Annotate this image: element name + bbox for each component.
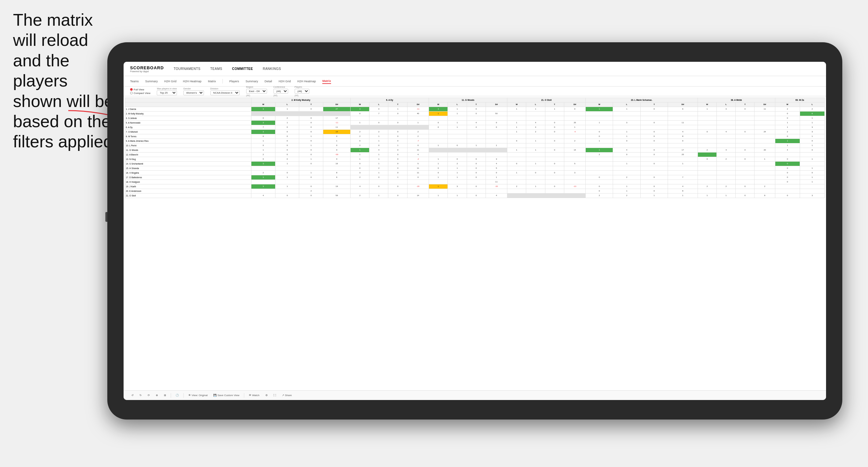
clock-btn[interactable]: 🕐 bbox=[174, 393, 180, 397]
divider bbox=[171, 393, 171, 398]
sub-nav-h2h-grid2[interactable]: H2H Grid bbox=[279, 79, 291, 84]
row-h-stranda: 15. H Stranda 02011 0105 01 bbox=[125, 166, 825, 171]
row-e-andersson: 20. E Andersson 2 0108 bbox=[125, 189, 825, 193]
player-l-perini: 10. L Perini bbox=[125, 144, 251, 148]
settings-btn[interactable]: ⚙ bbox=[264, 393, 269, 397]
conference-label: Conference bbox=[274, 86, 288, 88]
nav-rankings[interactable]: RANKINGS bbox=[263, 66, 281, 72]
nav-tournaments[interactable]: TOURNAMENTS bbox=[174, 66, 201, 72]
max-players-filter: Max players in view Top 25 bbox=[157, 88, 177, 95]
row-m-torres: 8. M Torres 0010 2102 0108 01 bbox=[125, 134, 825, 139]
sub-nav-h2h-heatmap[interactable]: H2H Heatmap bbox=[183, 79, 202, 84]
compact-view-radio[interactable] bbox=[130, 92, 133, 94]
row-a-jimenez: 9. A Maria Jimenez Rios 1001 010-7 0102 … bbox=[125, 139, 825, 144]
col-header-stoll: 21. O Stoll bbox=[507, 98, 586, 102]
sub-nav-teams[interactable]: Teams bbox=[130, 79, 139, 84]
sub-nav-summary2[interactable]: Summary bbox=[246, 79, 258, 84]
player-h-hodgson: 18. H Hodgson bbox=[125, 180, 251, 184]
tablet-frame: SCOREBOARD Powered by clippd TOURNAMENTS… bbox=[107, 42, 842, 419]
player-j-garcia: 1. J Garcia bbox=[125, 107, 251, 112]
col-header-woods: 11. G Woods bbox=[429, 98, 507, 102]
logo-area: SCOREBOARD Powered by clippd bbox=[130, 65, 164, 72]
bottom-toolbar: ↺ ↻ ⟳ ⊕ ⊞ 🕐 👁 View: Original 💾 Save Cust… bbox=[124, 390, 826, 400]
row-s-srich: 14. S Srichantamit 31016 0105 1204 0105 … bbox=[125, 162, 825, 166]
col-header-mulcahy: 2. M Kelly Mulcahy bbox=[251, 98, 350, 102]
player-a-dy: 6. A Dy bbox=[125, 125, 251, 130]
nav-bar: SCOREBOARD Powered by clippd TOURNAMENTS… bbox=[124, 62, 826, 76]
sub-nav-summary[interactable]: Summary bbox=[145, 79, 158, 84]
row-j-karth: 19. J Karth 31019 400-20 130-35 210-10 0… bbox=[125, 184, 825, 189]
logo-title: SCOREBOARD bbox=[130, 65, 164, 70]
player-d-ballesteros: 17. D Ballesteros bbox=[125, 175, 251, 180]
row-o-stoll: 21. O Stoll 40059 21014 1104 2211 1109 0… bbox=[125, 193, 825, 198]
sub-nav-detail[interactable]: Detail bbox=[265, 79, 272, 84]
conference-select[interactable]: (All) bbox=[274, 89, 288, 94]
player-s-srich: 14. S Srichantamit bbox=[125, 162, 251, 166]
gender-label: Gender bbox=[183, 88, 204, 90]
player-a-jimenez: 9. A Maria Jimenez Rios bbox=[125, 139, 251, 144]
division-filter: Division NCAA Division II bbox=[210, 88, 240, 95]
sub-nav: Teams Summary H2H Grid H2H Heatmap Matri… bbox=[124, 76, 826, 87]
player-a-nomrowski: 5. A Nomrowski bbox=[125, 121, 251, 125]
gender-select[interactable]: Women's bbox=[183, 90, 204, 95]
row-a-dy: 6. A Dy 70011 0140 1401 13 bbox=[125, 125, 825, 130]
region-sub: (All) bbox=[246, 94, 267, 97]
player-x-mcgaha: 16. X Mcgaha bbox=[125, 171, 251, 175]
zoom-btn[interactable]: ⊕ bbox=[154, 393, 159, 397]
sub-nav-h2h-heatmap2[interactable]: H2H Heatmap bbox=[297, 79, 316, 84]
nav-teams[interactable]: TEAMS bbox=[210, 66, 222, 72]
conference-sub: (All) bbox=[274, 94, 288, 97]
players-label: Players bbox=[294, 86, 309, 88]
player-j-karth: 19. J Karth bbox=[125, 184, 251, 189]
nav-items: TOURNAMENTS TEAMS COMMITTEE RANKINGS bbox=[174, 66, 281, 72]
compact-view-option[interactable]: Compact View bbox=[130, 92, 150, 95]
full-view-option[interactable]: Full View bbox=[130, 88, 150, 91]
row-s-jelinek: 3. S Jelinek 02017 01 bbox=[125, 116, 825, 121]
sub-nav-matrix2[interactable]: Matrix bbox=[322, 79, 331, 84]
players-filter: Players (All) (All) bbox=[294, 86, 309, 97]
annotation-text: The matrix will reload and the players s… bbox=[13, 10, 117, 152]
sub-nav-h2h-grid[interactable]: H2H Grid bbox=[164, 79, 177, 84]
layout-btn[interactable]: ⊞ bbox=[163, 393, 167, 397]
region-select[interactable]: East - DII bbox=[246, 89, 267, 94]
row-o-mitchell: 7. O Mitchell 30018 2202 120-4 0104 0402… bbox=[125, 130, 825, 134]
divider2 bbox=[183, 393, 184, 398]
row-m-kelly: 2. M Kelly Mulcahy 07040 11050 06 bbox=[125, 112, 825, 116]
player-s-jelinek: 3. S Jelinek bbox=[125, 116, 251, 121]
row-g-woods: 11. G Woods 1000 14011 11014 14017 24020… bbox=[125, 148, 825, 153]
compact-view-label: Compact View bbox=[134, 92, 150, 95]
max-players-select[interactable]: Top 25 bbox=[157, 90, 177, 95]
matrix-scroll[interactable]: 2. M Kelly Mulcahy 6. A Dy 11. G Woods 2… bbox=[124, 96, 826, 390]
players-sub: (All) bbox=[294, 94, 309, 97]
nav-committee[interactable]: COMMITTEE bbox=[232, 66, 253, 72]
player-m-torres: 8. M Torres bbox=[125, 134, 251, 139]
row-h-hodgson: 18. H Hodgson 11 01 bbox=[125, 180, 825, 184]
view-original-btn[interactable]: 👁 View: Original bbox=[187, 393, 209, 397]
fullscreen-btn[interactable]: ⛶ bbox=[272, 393, 277, 397]
division-select[interactable]: NCAA Division II bbox=[210, 90, 240, 95]
redo-btn[interactable]: ↻ bbox=[138, 393, 143, 397]
sub-nav-players[interactable]: Players bbox=[229, 79, 239, 84]
player-h-stranda: 15. H Stranda bbox=[125, 166, 251, 171]
player-n-klug: 13. N Klug bbox=[125, 157, 251, 162]
players-select[interactable]: (All) bbox=[294, 89, 309, 94]
full-view-label: Full View bbox=[134, 88, 144, 91]
sub-nav-matrix[interactable]: Matrix bbox=[208, 79, 216, 84]
undo-btn[interactable]: ↺ bbox=[130, 393, 135, 397]
player-g-woods: 11. G Woods bbox=[125, 148, 251, 153]
refresh-btn[interactable]: ⟳ bbox=[146, 393, 151, 397]
share-btn[interactable]: ↗ Share bbox=[281, 393, 293, 397]
watch-btn[interactable]: 👁 Watch bbox=[247, 393, 261, 397]
full-view-radio[interactable] bbox=[130, 88, 133, 91]
row-x-mcgaha: 16. X Mcgaha 2018 31011 0100 1003 00 bbox=[125, 171, 825, 175]
save-custom-btn[interactable]: 💾 Save Custom View bbox=[212, 393, 241, 397]
region-label: Region bbox=[246, 86, 267, 88]
logo-sub: Powered by clippd bbox=[130, 70, 164, 72]
col-header-webb: 38. A Webb bbox=[698, 98, 775, 102]
player-e-andersson: 20. E Andersson bbox=[125, 189, 251, 193]
row-a-nomrowski: 5. A Nomrowski 310-11 1001 0140 14025 13… bbox=[125, 121, 825, 125]
col-header-wza: 60. W Za bbox=[775, 98, 825, 102]
row-n-klug: 13. N Klug 0010 110-2 1003 0201 01 bbox=[125, 157, 825, 162]
max-players-label: Max players in view bbox=[157, 88, 177, 90]
filters-row: Full View Compact View Max players in vi… bbox=[124, 87, 826, 96]
